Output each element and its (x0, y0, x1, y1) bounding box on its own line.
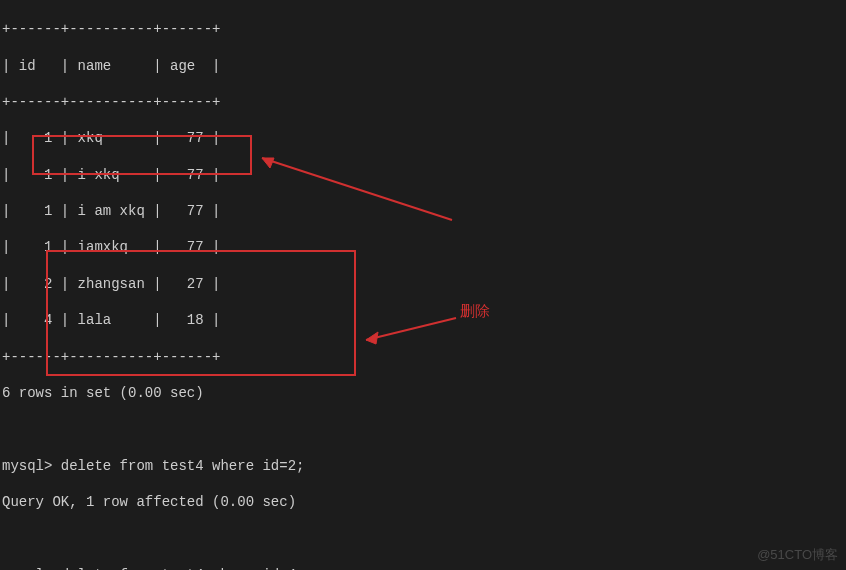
blank-line (2, 529, 846, 547)
table1-row: | 1 | i xkq | 77 | (2, 166, 846, 184)
table1-border-top: +------+----------+------+ (2, 20, 846, 38)
table1-border-bot: +------+----------+------+ (2, 348, 846, 366)
table1-row: | 1 | xkq | 77 | (2, 129, 846, 147)
table1-row: | 1 | i am xkq | 77 | (2, 202, 846, 220)
delete1-result: Query OK, 1 row affected (0.00 sec) (2, 493, 846, 511)
table1-footer: 6 rows in set (0.00 sec) (2, 384, 846, 402)
delete2-prompt: mysql> delete from test4 where id=4; (2, 566, 846, 570)
blank-line (2, 420, 846, 438)
delete1-prompt: mysql> delete from test4 where id=2; (2, 457, 846, 475)
table1-row: | 2 | zhangsan | 27 | (2, 275, 846, 293)
table1-border-mid: +------+----------+------+ (2, 93, 846, 111)
table1-row: | 1 | iamxkq | 77 | (2, 238, 846, 256)
table1-header: | id | name | age | (2, 57, 846, 75)
terminal-output: +------+----------+------+ | id | name |… (2, 2, 846, 570)
table1-row: | 4 | lala | 18 | (2, 311, 846, 329)
